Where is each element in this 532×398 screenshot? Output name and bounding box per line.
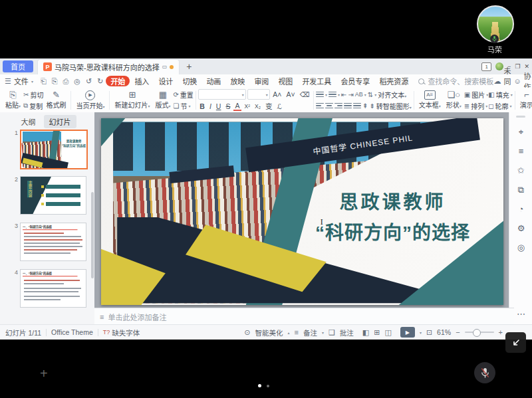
fit-window-icon[interactable]: ⊡ [426, 328, 432, 337]
notes-bar[interactable]: ≡ 单击此处添加备注 [94, 308, 514, 325]
missing-fonts-button[interactable]: 缺失字体 [112, 328, 140, 338]
new-document-tab-button[interactable]: + [186, 61, 192, 72]
justify-icon[interactable] [344, 103, 352, 108]
properties-icon[interactable]: ≡ [509, 146, 532, 156]
italic-button[interactable]: I [207, 102, 213, 110]
document-tab[interactable]: P 马院马荣-思政课科研方向的选择 ▭ [37, 59, 180, 74]
subscript-button[interactable]: X₂ [253, 103, 262, 110]
fill-button[interactable]: ◧填充▾ [488, 90, 512, 100]
exit-fullscreen-button[interactable] [505, 332, 526, 353]
comments-button[interactable]: 批注 [340, 328, 354, 338]
undo-icon[interactable]: ↺ [83, 77, 94, 86]
shapes-button[interactable]: ❏○ 形状▾ [444, 89, 464, 112]
space-after-icon[interactable]: ⇟ [369, 102, 374, 110]
zoom-in-icon[interactable]: + [499, 328, 503, 336]
sidebar-scrollbar[interactable] [91, 192, 94, 278]
theme-name[interactable]: Office Theme [51, 328, 93, 336]
outline-tab[interactable]: 大纲 [19, 115, 39, 128]
zoom-slider-knob[interactable] [473, 329, 481, 337]
decrease-indent-icon[interactable]: ⇤ [341, 91, 346, 98]
bold-button[interactable]: B [198, 102, 207, 110]
strikethrough-button[interactable]: S [224, 102, 232, 110]
home-tab[interactable]: 首页 [3, 60, 33, 72]
ribbon-tab-view[interactable]: 视图 [273, 76, 297, 86]
ribbon-tab-design[interactable]: 设计 [154, 76, 178, 86]
picture-button[interactable]: ▣图片▾ [464, 90, 488, 100]
view-normal-icon[interactable]: ◧ [362, 328, 369, 337]
font-color-button[interactable]: A [233, 102, 241, 111]
align-right-icon[interactable] [334, 103, 342, 108]
ribbon-tab-member[interactable]: 会员专享 [336, 76, 374, 86]
quick-tools-icon[interactable]: ⌖ [509, 127, 532, 138]
bullet-list-icon[interactable] [316, 92, 324, 97]
zoom-slider[interactable] [465, 332, 494, 333]
font-size-select[interactable]: ▾ [247, 89, 270, 100]
export-icon[interactable]: ⎘ [49, 77, 61, 86]
ribbon-tab-animation[interactable]: 动画 [201, 76, 225, 86]
clear-format-icon[interactable]: ⌫ [298, 90, 311, 98]
settings-icon[interactable]: ⚙ [509, 223, 532, 233]
file-menu[interactable]: ☰ 文件▾ [0, 76, 38, 86]
history-icon[interactable]: ◔ [509, 204, 532, 214]
print-icon[interactable]: ⎙ [61, 77, 72, 86]
present-tools-button[interactable]: ⌐ 演示 [517, 89, 532, 112]
ribbon-tab-slideshow[interactable]: 放映 [225, 76, 249, 86]
paste-button[interactable]: ⎘ 粘贴▾ [3, 89, 23, 112]
align-text-button[interactable]: 对齐文本▾ [378, 90, 406, 100]
outline-button[interactable]: ◻轮廓▾ [488, 101, 512, 111]
format-painter-button[interactable]: ✎ 格式刷 [43, 89, 68, 112]
cut-button[interactable]: ✂剪切 [23, 90, 43, 100]
zoom-out-icon[interactable]: − [456, 328, 460, 336]
ribbon-tab-transition[interactable]: 切换 [178, 76, 201, 86]
slide-title[interactable]: 思政课教师 “科研方向”的选择 [286, 187, 499, 245]
zoom-level[interactable]: 61% [437, 328, 451, 336]
ribbon-tab-insert[interactable]: 插入 [130, 76, 154, 86]
window-switch-icon[interactable]: 1 [481, 62, 491, 71]
align-left-icon[interactable] [316, 103, 324, 108]
layout-button[interactable]: ▦ 版式▾ [152, 89, 173, 112]
underline-button[interactable]: U [214, 102, 223, 110]
beautify-panel-icon[interactable]: ✩ [509, 165, 532, 175]
slide-thumbnail-1[interactable]: 1 思政课教师 “科研方向”的选择 [15, 130, 88, 169]
slides-tab[interactable]: 幻灯片 [44, 115, 76, 128]
grow-font-button[interactable]: A˄ [271, 90, 283, 98]
dot-inactive[interactable] [267, 385, 269, 387]
superscript-button[interactable]: X² [243, 103, 252, 110]
text-box-button[interactable]: A≡ 文本框▾ [416, 89, 444, 112]
new-slide-button[interactable]: ⊞ 新建幻灯片▾ [112, 89, 152, 112]
section-button[interactable]: ❏节▾ [173, 101, 193, 111]
panel-handle[interactable] [516, 116, 525, 118]
save-icon[interactable]: ⎗ [38, 77, 49, 86]
ribbon-tab-docer[interactable]: 稻壳资源 [374, 76, 413, 86]
add-slide-button[interactable]: + [40, 366, 48, 381]
play-from-current-button[interactable]: ▶ 当页开始▾ [73, 89, 107, 112]
layers-icon[interactable]: ⧉ [509, 185, 532, 195]
slide-thumbnail-2[interactable]: 2 主要内容 [15, 176, 86, 215]
dot-active[interactable] [258, 384, 261, 387]
text-effects-button[interactable]: 变 [263, 101, 274, 111]
copy-button[interactable]: ⧉复制 [23, 101, 43, 111]
shrink-font-button[interactable]: A˅ [285, 90, 297, 98]
increase-indent-icon[interactable]: ⇥ [348, 91, 353, 98]
highlighter-icon[interactable]: ℒ [275, 102, 284, 110]
ribbon-tab-home[interactable]: 开始 [106, 76, 130, 86]
distribute-icon[interactable] [353, 103, 361, 108]
print-preview-icon[interactable]: ◎ [71, 77, 83, 86]
view-sorter-icon[interactable]: ⊞ [374, 328, 380, 337]
to-smart-graphic-button[interactable]: 转智能图形▾ [376, 101, 412, 111]
align-center-icon[interactable] [325, 103, 333, 108]
command-search[interactable]: 查找命令、搜索模板 [418, 76, 493, 86]
ribbon-tab-review[interactable]: 审阅 [249, 76, 273, 86]
beautify-button[interactable]: 智能美化 [255, 328, 283, 338]
redo-icon[interactable]: ↻ [94, 77, 106, 86]
slide-thumbnail-4[interactable]: 4 一、“科研方向”的选择 [15, 269, 86, 308]
reset-button[interactable]: ⟳重置 [173, 90, 193, 100]
line-spacing-icon[interactable]: ⇅ [368, 91, 373, 98]
status-notes-button[interactable]: 备注 [303, 328, 317, 338]
font-name-select[interactable]: ▾ [198, 89, 246, 100]
ribbon-tab-devtools[interactable]: 开发工具 [297, 76, 336, 86]
space-before-icon[interactable]: ⇞ [362, 102, 368, 110]
numbered-list-icon[interactable] [329, 92, 336, 97]
slideshow-play-button[interactable]: ▶ [400, 327, 415, 338]
navigator-icon[interactable]: ◎ [509, 243, 532, 252]
